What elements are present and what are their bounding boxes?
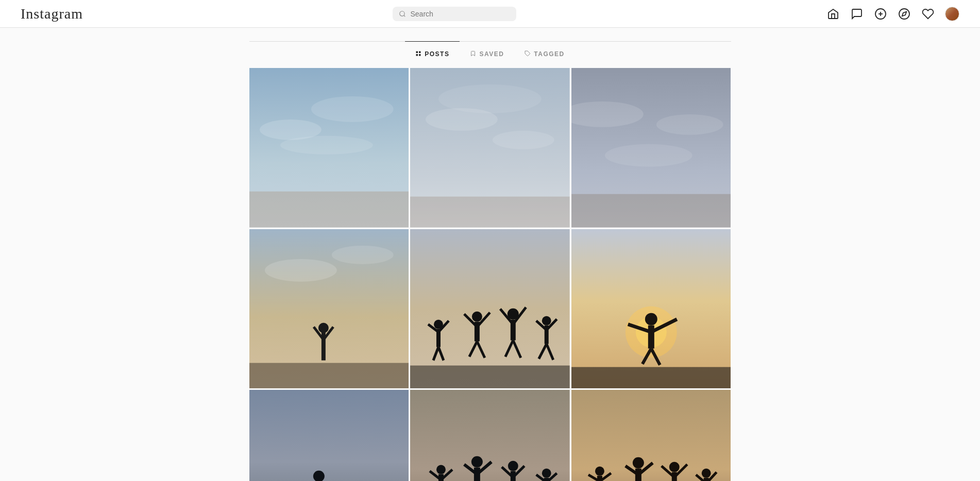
post-cell-5[interactable] [410,229,570,389]
svg-rect-7 [416,51,418,54]
svg-point-15 [280,136,373,154]
svg-rect-9 [416,54,418,56]
svg-point-32 [318,322,328,333]
profile-avatar[interactable] [945,7,959,21]
svg-rect-16 [249,192,409,228]
svg-point-19 [493,131,554,149]
svg-rect-81 [410,390,570,481]
svg-rect-26 [571,194,731,228]
post-cell-3[interactable] [571,68,731,228]
explore-icon[interactable] [898,7,911,21]
tab-saved[interactable]: SAVED [460,41,514,66]
svg-point-117 [633,457,644,469]
post-cell-2[interactable] [410,68,570,228]
svg-point-28 [264,259,336,282]
page-container: POSTS SAVED TAGGED [249,0,731,481]
tab-tagged[interactable]: TAGGED [514,41,575,66]
navbar: Instagram [0,0,980,28]
svg-point-123 [669,462,680,472]
search-icon [399,10,406,18]
post-cell-4[interactable] [249,229,409,389]
heart-icon[interactable] [921,7,935,21]
create-icon[interactable] [874,7,887,21]
svg-point-89 [471,456,483,468]
svg-point-14 [311,96,393,122]
svg-rect-108 [571,390,731,481]
search-input[interactable] [410,10,510,18]
app-logo: Instagram [21,6,83,22]
svg-rect-60 [410,365,570,388]
svg-point-42 [472,312,482,322]
svg-rect-10 [419,54,421,56]
svg-line-1 [404,15,405,16]
svg-point-24 [656,114,723,135]
tab-posts[interactable]: POSTS [405,41,460,66]
svg-point-111 [595,467,604,476]
svg-point-25 [605,144,692,167]
nav-icons [826,7,959,21]
home-icon[interactable] [826,7,840,21]
search-bar[interactable] [393,7,516,21]
svg-point-101 [542,469,551,478]
svg-marker-6 [902,11,906,15]
svg-point-54 [542,316,551,325]
post-cell-8[interactable] [410,390,570,481]
svg-rect-70 [571,367,731,388]
post-cell-7[interactable] [249,390,409,481]
tab-saved-label: SAVED [479,50,504,58]
svg-point-129 [702,469,711,478]
svg-rect-21 [410,197,570,228]
tab-tagged-label: TAGGED [534,50,564,58]
svg-rect-65 [648,325,654,348]
svg-rect-35 [410,229,570,389]
saved-tab-icon [470,50,476,58]
post-cell-9[interactable] [571,390,731,481]
svg-point-0 [400,11,404,15]
svg-point-83 [436,465,446,474]
post-cell-6[interactable] [571,229,731,389]
svg-point-20 [438,84,542,113]
tagged-tab-icon [525,50,531,58]
tab-posts-label: POSTS [425,50,449,58]
svg-rect-30 [249,363,409,388]
svg-point-29 [331,246,393,264]
svg-point-5 [899,9,909,19]
messages-icon[interactable] [850,7,864,21]
profile-tabs: POSTS SAVED TAGGED [249,41,731,66]
posts-grid [249,68,731,481]
svg-point-64 [645,313,657,325]
svg-point-95 [508,461,518,471]
svg-rect-71 [249,390,409,481]
posts-tab-icon [415,50,421,58]
post-cell-1[interactable] [249,68,409,228]
svg-rect-8 [419,51,421,54]
